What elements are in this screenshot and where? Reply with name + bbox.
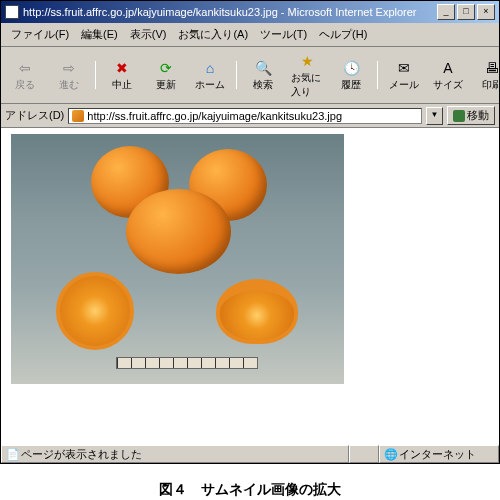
menu-help[interactable]: ヘルプ(H): [313, 25, 373, 44]
home-icon: ⌂: [200, 58, 220, 78]
statusbar: 📄 ページが表示されました 🌐 インターネット: [1, 444, 499, 463]
size-icon: A: [438, 58, 458, 78]
maximize-button[interactable]: □: [457, 4, 475, 20]
search-icon: 🔍: [253, 58, 273, 78]
mail-icon: ✉: [394, 58, 414, 78]
menu-edit[interactable]: 編集(E): [75, 25, 124, 44]
home-button[interactable]: ⌂ホーム: [190, 56, 230, 94]
toolbar: ⇦戻る ⇨進む ✖中止 ⟳更新 ⌂ホーム 🔍検索 ★お気に入り 🕓履歴 ✉メール…: [1, 47, 499, 104]
orange-fruit: [126, 189, 231, 274]
mail-button[interactable]: ✉メール: [384, 56, 424, 94]
menu-view[interactable]: 表示(V): [124, 25, 173, 44]
status-cell: [349, 445, 379, 463]
orange-half: [56, 272, 134, 350]
page-icon: [72, 110, 84, 122]
separator: [236, 61, 237, 89]
forward-button[interactable]: ⇨進む: [49, 56, 89, 94]
titlebar: http://ss.fruit.affrc.go.jp/kajyuimage/k…: [1, 1, 499, 23]
refresh-button[interactable]: ⟳更新: [146, 56, 186, 94]
favorites-icon: ★: [297, 51, 317, 71]
stop-button[interactable]: ✖中止: [102, 56, 142, 94]
page-status-icon: 📄: [6, 448, 18, 460]
address-dropdown[interactable]: ▼: [426, 107, 443, 125]
close-button[interactable]: ×: [477, 4, 495, 20]
menubar: ファイル(F) 編集(E) 表示(V) お気に入り(A) ツール(T) ヘルプ(…: [1, 23, 499, 47]
go-icon: [453, 110, 465, 122]
content-area: [1, 128, 499, 444]
separator: [377, 61, 378, 89]
caption-title: 図４ サムネイル画像の拡大: [40, 479, 460, 500]
ruler: [116, 357, 258, 369]
favorites-button[interactable]: ★お気に入り: [287, 49, 327, 101]
figure-caption: 図４ サムネイル画像の拡大 検索結果により表示された画像をマウスによりクリックす…: [0, 464, 500, 500]
back-icon: ⇦: [15, 58, 35, 78]
browser-window: http://ss.fruit.affrc.go.jp/kajyuimage/k…: [0, 0, 500, 464]
search-button[interactable]: 🔍検索: [243, 56, 283, 94]
forward-icon: ⇨: [59, 58, 79, 78]
print-icon: 🖶: [482, 58, 499, 78]
print-button[interactable]: 🖶印刷: [472, 56, 499, 94]
status-message: 📄 ページが表示されました: [1, 445, 349, 463]
refresh-icon: ⟳: [156, 58, 176, 78]
address-url: http://ss.fruit.affrc.go.jp/kajyuimage/k…: [87, 110, 342, 122]
separator: [95, 61, 96, 89]
title-text: http://ss.fruit.affrc.go.jp/kajyuimage/k…: [23, 6, 437, 18]
history-button[interactable]: 🕓履歴: [331, 56, 371, 94]
status-zone: 🌐 インターネット: [379, 445, 499, 463]
history-icon: 🕓: [341, 58, 361, 78]
orange-half: [216, 279, 298, 344]
globe-icon: 🌐: [384, 448, 396, 460]
back-button[interactable]: ⇦戻る: [5, 56, 45, 94]
app-icon: [5, 5, 19, 19]
address-bar: アドレス(D) http://ss.fruit.affrc.go.jp/kajy…: [1, 104, 499, 128]
menu-tools[interactable]: ツール(T): [254, 25, 313, 44]
citrus-image: [11, 134, 344, 384]
address-input[interactable]: http://ss.fruit.affrc.go.jp/kajyuimage/k…: [68, 108, 422, 124]
menu-file[interactable]: ファイル(F): [5, 25, 75, 44]
go-button[interactable]: 移動: [447, 106, 495, 125]
menu-favorites[interactable]: お気に入り(A): [172, 25, 254, 44]
window-buttons: _ □ ×: [437, 4, 495, 20]
stop-icon: ✖: [112, 58, 132, 78]
size-button[interactable]: Aサイズ: [428, 56, 468, 94]
address-label: アドレス(D): [5, 108, 64, 123]
minimize-button[interactable]: _: [437, 4, 455, 20]
